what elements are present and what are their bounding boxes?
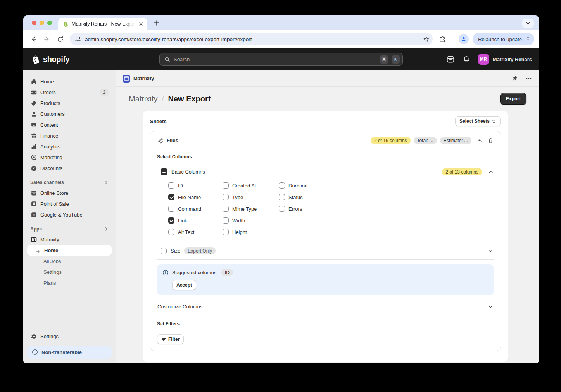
basic-columns-chevron-up-icon[interactable] xyxy=(488,169,494,175)
url-bar[interactable]: admin.shopify.com/store/excelify-renars/… xyxy=(70,33,433,45)
pin-icon[interactable] xyxy=(512,76,518,82)
size-checkbox[interactable] xyxy=(161,248,167,254)
bookmark-star-icon[interactable] xyxy=(423,36,430,43)
sidebar-item-orders[interactable]: Orders 2 xyxy=(27,87,112,98)
sidebar-item-point-of-sale[interactable]: Point of Sale xyxy=(27,198,112,209)
suggestion-row: Suggested columns: ID xyxy=(162,269,488,276)
checkbox[interactable] xyxy=(168,206,174,212)
sidebar-item-products[interactable]: Products xyxy=(27,98,112,108)
global-search-input[interactable]: Search ⌘ K xyxy=(159,53,403,66)
relaunch-to-update-button[interactable]: Relaunch to update xyxy=(473,33,534,45)
filter-button[interactable]: Filter xyxy=(157,334,184,344)
shopify-topbar: shopify Search ⌘ K MR Matrixify Renars xyxy=(23,48,539,70)
checkbox[interactable] xyxy=(168,217,174,224)
column-checkbox-status[interactable]: Status xyxy=(279,194,494,200)
chrome-menu-icon[interactable] xyxy=(525,36,531,42)
sidebar-item-label: Content xyxy=(40,122,58,128)
export-button[interactable]: Export xyxy=(500,93,526,105)
column-checkbox-command[interactable]: Command xyxy=(168,206,223,212)
checkbox[interactable] xyxy=(223,182,229,189)
divider xyxy=(157,313,494,313)
close-window-button[interactable] xyxy=(32,21,36,25)
user-avatar[interactable]: MR xyxy=(478,54,489,65)
store-preview-icon[interactable] xyxy=(446,55,455,64)
sidebar-item-app-home[interactable]: Home xyxy=(27,245,112,256)
column-checkbox-id[interactable]: ID xyxy=(168,182,223,189)
browser-profile-icon[interactable] xyxy=(459,34,469,44)
sidebar-item-analytics[interactable]: Analytics xyxy=(27,141,112,152)
column-checkbox-width[interactable]: Width xyxy=(223,217,279,224)
reload-icon[interactable] xyxy=(54,33,66,45)
non-transferable-banner[interactable]: Non-transferable xyxy=(27,346,112,359)
tab-close-icon[interactable] xyxy=(137,21,144,28)
minimize-window-button[interactable] xyxy=(40,21,44,25)
sidebar-item-finance[interactable]: Finance xyxy=(27,130,112,141)
size-chevron-down-icon[interactable] xyxy=(488,248,493,254)
checkbox[interactable] xyxy=(168,182,174,189)
sidebar-item-marketing[interactable]: Marketing xyxy=(27,152,112,163)
column-checkbox-height[interactable]: Height xyxy=(223,229,279,235)
zoom-window-button[interactable] xyxy=(47,21,52,25)
sidebar-item-home[interactable]: Home xyxy=(27,76,112,87)
checkbox[interactable] xyxy=(223,229,229,235)
basic-columns-label: Basic Columns xyxy=(171,169,205,175)
apps-header[interactable]: Apps xyxy=(27,226,112,232)
accept-button[interactable]: Accept xyxy=(172,280,196,290)
column-checkbox-alt-text[interactable]: Alt Text xyxy=(168,229,223,235)
extensions-icon[interactable] xyxy=(437,33,448,45)
basic-columns-checkbox[interactable] xyxy=(161,168,167,175)
notifications-bell-icon[interactable] xyxy=(463,55,470,63)
store-name[interactable]: Matrixify Renars xyxy=(493,57,532,62)
new-tab-button[interactable] xyxy=(154,20,160,26)
sidebar-item-settings[interactable]: Settings xyxy=(27,331,112,342)
sidebar-item-plans[interactable]: Plans xyxy=(27,277,112,288)
checkbox[interactable] xyxy=(223,194,229,200)
forward-icon[interactable] xyxy=(41,33,53,45)
sidebar-item-google-youtube[interactable]: G Google & YouTube xyxy=(27,209,112,220)
search-icon xyxy=(164,57,170,62)
column-checkbox-file-name[interactable]: File Name xyxy=(168,194,223,200)
checkbox[interactable] xyxy=(279,182,285,189)
browser-tabstrip: Matrixify Renars · New Export xyxy=(23,15,539,30)
column-checkbox-type[interactable]: Type xyxy=(223,194,279,200)
column-checkbox-link[interactable]: Link xyxy=(168,217,223,224)
sidebar-item-customers[interactable]: Customers xyxy=(27,108,112,119)
paperclip-icon xyxy=(157,138,163,144)
column-checkbox-errors[interactable]: Errors xyxy=(279,206,494,212)
sidebar-item-all-jobs[interactable]: All Jobs xyxy=(27,256,112,266)
browser-window: Matrixify Renars · New Export xyxy=(23,15,539,363)
topbar-right: MR Matrixify Renars xyxy=(446,54,532,65)
select-sheets-button[interactable]: Select Sheets xyxy=(455,116,501,126)
basic-columns-row[interactable]: Basic Columns 2 of 13 columns xyxy=(157,168,494,175)
url-text[interactable]: admin.shopify.com/store/excelify-renars/… xyxy=(85,36,419,42)
checkbox[interactable] xyxy=(168,194,174,200)
checkbox[interactable] xyxy=(168,229,174,235)
site-settings-icon[interactable] xyxy=(75,36,81,42)
back-icon[interactable] xyxy=(28,33,40,45)
checkbox[interactable] xyxy=(223,206,229,212)
customize-columns-row[interactable]: Customize Columns xyxy=(157,304,494,309)
shopify-logo[interactable]: shopify xyxy=(30,54,69,64)
sidebar-item-app-settings[interactable]: Settings xyxy=(27,266,112,277)
more-actions-icon[interactable] xyxy=(526,76,532,82)
sheets-label: Sheets xyxy=(150,119,167,124)
breadcrumb[interactable]: Matrixify xyxy=(129,95,157,103)
checkbox[interactable] xyxy=(223,217,229,224)
sidebar-item-discounts[interactable]: Discounts xyxy=(27,163,112,174)
tab-search-button[interactable] xyxy=(522,19,534,28)
checkbox[interactable] xyxy=(279,194,285,200)
browser-tab[interactable]: Matrixify Renars · New Export xyxy=(58,18,147,30)
checkbox[interactable] xyxy=(279,206,285,212)
column-checkbox-duration[interactable]: Duration xyxy=(279,182,494,189)
column-checkbox-created-at[interactable]: Created At xyxy=(223,182,279,189)
size-columns-row[interactable]: Size Export Only xyxy=(157,242,494,259)
sales-channels-header[interactable]: Sales channels xyxy=(27,180,112,185)
kbd-k: K xyxy=(392,55,400,64)
sidebar-item-content[interactable]: Content xyxy=(27,119,112,130)
column-checkbox-mime-type[interactable]: Mime Type xyxy=(223,206,279,212)
collapse-card-chevron-up-icon[interactable] xyxy=(477,138,482,143)
delete-sheet-trash-icon[interactable] xyxy=(488,138,494,143)
sidebar-item-online-store[interactable]: Online Store xyxy=(27,187,112,198)
screenshot-stage: Matrixify Renars · New Export xyxy=(0,0,561,392)
sidebar-item-matrixify[interactable]: Matrixify xyxy=(27,234,112,245)
